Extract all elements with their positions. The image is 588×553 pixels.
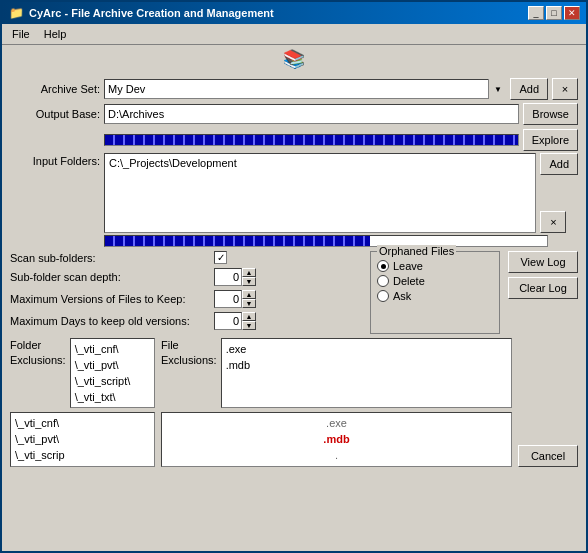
subfolder-depth-down[interactable]: ▼ (242, 277, 256, 286)
window-title: CyArc - File Archive Creation and Manage… (29, 7, 274, 19)
folder-preview-0: \_vti_cnf\ (13, 415, 152, 431)
max-days-input[interactable] (214, 312, 242, 330)
cancel-button[interactable]: Cancel (518, 445, 578, 467)
folder-exclusion-item-3: \_vti_txt\ (73, 389, 152, 405)
archive-set-input[interactable] (104, 79, 506, 99)
max-versions-up[interactable]: ▲ (242, 290, 256, 299)
orphaned-leave-dot (381, 264, 386, 269)
orphaned-files-group: Orphaned Files Leave Delete Ask (370, 251, 500, 334)
archive-set-row: Archive Set: ▼ Add × (10, 78, 578, 100)
middle-section: Scan sub-folders: ✓ Sub-folder scan dept… (10, 251, 578, 334)
archive-set-dropdown-wrapper: ▼ (104, 79, 506, 99)
archive-set-add-button[interactable]: Add (510, 78, 548, 100)
max-days-down[interactable]: ▼ (242, 321, 256, 330)
subfolder-depth-up[interactable]: ▲ (242, 268, 256, 277)
folder-exclusion-item-0: \_vti_cnf\ (73, 341, 152, 357)
folder-preview-3: \_vti_txt\ (13, 463, 152, 467)
browse-button[interactable]: Browse (523, 103, 578, 125)
max-versions-row: Maximum Versions of Files to Keep: ▲ ▼ (10, 290, 362, 308)
subfolder-depth-input[interactable] (214, 268, 242, 286)
subfolder-depth-spinner: ▲ ▼ (214, 268, 256, 286)
clear-log-button[interactable]: Clear Log (508, 277, 578, 299)
orphaned-leave-option[interactable]: Leave (377, 260, 493, 272)
explore-button[interactable]: Explore (523, 129, 578, 151)
max-days-spinbtns: ▲ ▼ (242, 312, 256, 330)
close-button[interactable]: ✕ (564, 6, 580, 20)
archive-set-label: Archive Set: (10, 83, 100, 95)
orphaned-ask-option[interactable]: Ask (377, 290, 493, 302)
minimize-button[interactable]: _ (528, 6, 544, 20)
folder-exclusion-item-2: \_vti_script\ (73, 373, 152, 389)
toolbar-books-icon: 📚 (283, 48, 305, 70)
max-days-up[interactable]: ▲ (242, 312, 256, 321)
main-window: 📁 CyArc - File Archive Creation and Mana… (0, 0, 588, 553)
max-days-row: Maximum Days to keep old versions: ▲ ▼ (10, 312, 362, 330)
output-progress-fill (105, 135, 518, 145)
max-versions-spinner: ▲ ▼ (214, 290, 256, 308)
max-versions-spinbtns: ▲ ▼ (242, 290, 256, 308)
max-versions-input[interactable] (214, 290, 242, 308)
max-days-label: Maximum Days to keep old versions: (10, 315, 210, 327)
menu-file[interactable]: File (6, 26, 36, 42)
output-base-input[interactable] (104, 104, 519, 124)
input-folders-delete-button[interactable]: × (540, 211, 566, 233)
output-base-row: Output Base: Browse (10, 103, 578, 125)
folder-exclusions-section: Folder Exclusions: \_vti_cnf\ \_vti_pvt\… (10, 338, 155, 467)
subfolder-depth-label: Sub-folder scan depth: (10, 271, 210, 283)
app-icon: 📁 (8, 5, 24, 21)
input-progress-fill (105, 236, 370, 246)
folder-exclusions-list[interactable]: \_vti_cnf\ \_vti_pvt\ \_vti_script\ \_vt… (70, 338, 155, 408)
file-exclusions-list[interactable]: .exe .mdb (221, 338, 512, 408)
orphaned-delete-label: Delete (393, 275, 425, 287)
log-buttons-col: View Log Clear Log (508, 251, 578, 334)
input-folders-add-button[interactable]: Add (540, 153, 578, 175)
file-exclusion-item-1: .mdb (224, 357, 509, 373)
folder-preview-2: \_vti_scrip (13, 447, 152, 463)
scan-subfolders-checkbox[interactable]: ✓ (214, 251, 227, 264)
max-versions-label: Maximum Versions of Files to Keep: (10, 293, 210, 305)
output-base-label: Output Base: (10, 108, 100, 120)
file-preview-1: .mdb (164, 431, 509, 447)
scan-subfolders-label: Scan sub-folders: (10, 252, 210, 264)
input-progress-bar (104, 235, 548, 247)
orphaned-delete-option[interactable]: Delete (377, 275, 493, 287)
main-content: Archive Set: ▼ Add × Output Base: Browse… (2, 73, 586, 551)
max-days-spinner: ▲ ▼ (214, 312, 256, 330)
folder-exclusions-preview: \_vti_cnf\ \_vti_pvt\ \_vti_scrip \_vti_… (10, 412, 155, 467)
subfolder-depth-spinbtns: ▲ ▼ (242, 268, 256, 286)
bottom-section: Folder Exclusions: \_vti_cnf\ \_vti_pvt\… (10, 338, 578, 467)
orphaned-radio-group: Leave Delete Ask (377, 260, 493, 302)
file-exclusions-section: File Exclusions: .exe .mdb .exe .mdb . .… (161, 338, 512, 467)
view-log-button[interactable]: View Log (508, 251, 578, 273)
toolbar: 📚 (2, 45, 586, 73)
menu-help[interactable]: Help (38, 26, 73, 42)
file-preview-0: .exe (164, 415, 509, 431)
input-folders-section: Input Folders: C:\_Projects\Development … (10, 153, 578, 233)
scan-subfolders-row: Scan sub-folders: ✓ (10, 251, 362, 264)
options-col: Scan sub-folders: ✓ Sub-folder scan dept… (10, 251, 362, 334)
input-folders-buttons: Add × (540, 153, 578, 233)
archive-set-dropdown-arrow[interactable]: ▼ (488, 79, 506, 99)
folder-exclusion-item-1: \_vti_pvt\ (73, 357, 152, 373)
archive-set-delete-button[interactable]: × (552, 78, 578, 100)
orphaned-leave-label: Leave (393, 260, 423, 272)
orphaned-ask-label: Ask (393, 290, 411, 302)
file-preview-3: . (164, 463, 509, 467)
title-controls: _ □ ✕ (528, 6, 580, 20)
folder-exclusions-label: Folder Exclusions: (10, 338, 66, 408)
file-preview-2: . (164, 447, 509, 463)
cancel-section: Cancel (518, 338, 578, 467)
folder-preview-1: \_vti_pvt\ (13, 431, 152, 447)
subfolder-depth-row: Sub-folder scan depth: ▲ ▼ (10, 268, 362, 286)
menu-bar: File Help (2, 24, 586, 45)
max-versions-down[interactable]: ▼ (242, 299, 256, 308)
orphaned-delete-radio[interactable] (377, 275, 389, 287)
input-folders-list[interactable]: C:\_Projects\Development (104, 153, 536, 233)
output-progress-bar (104, 134, 519, 146)
orphaned-ask-radio[interactable] (377, 290, 389, 302)
input-folder-item: C:\_Projects\Development (107, 156, 533, 170)
title-bar: 📁 CyArc - File Archive Creation and Mana… (2, 2, 586, 24)
orphaned-leave-radio[interactable] (377, 260, 389, 272)
input-progress-row (104, 235, 578, 247)
maximize-button[interactable]: □ (546, 6, 562, 20)
